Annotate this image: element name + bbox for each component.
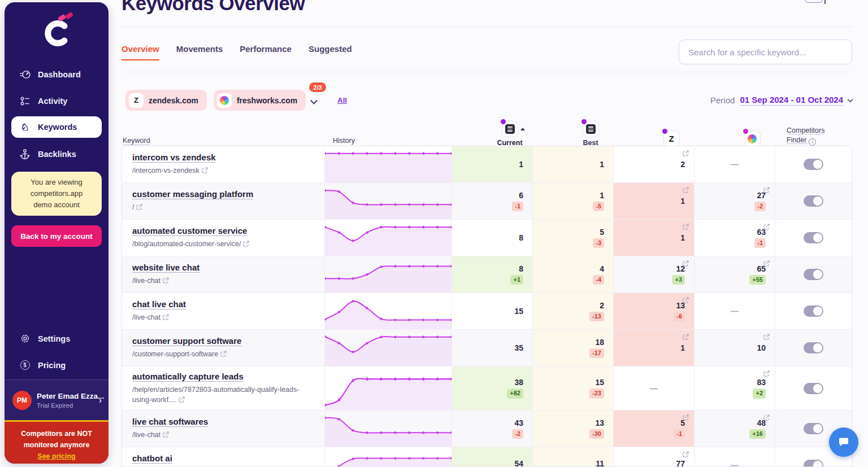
competitor-finder-toggle[interactable] (804, 305, 823, 317)
competitor-chip[interactable]: freshworks.com (214, 90, 306, 111)
table-rows: intercom vs zendesk/intercom-vs-zendesk … (122, 146, 852, 467)
rank-value: 2 (600, 301, 604, 310)
user-menu[interactable]: PM Peter Emad Ezza... Trial Expired › (5, 379, 108, 420)
competitor-finder-toggle[interactable] (804, 342, 823, 353)
rank-change-badge: -2 (754, 202, 766, 211)
competitor-finder-toggle[interactable] (804, 383, 823, 394)
external-link-icon[interactable] (683, 224, 689, 230)
tab-movements[interactable]: Movements (176, 44, 223, 60)
best-rank-cell: 1 (532, 146, 613, 182)
table-row: automated customer service/blog/automate… (122, 220, 852, 256)
column-best[interactable]: Best (574, 121, 607, 149)
history-cell (324, 447, 452, 467)
tab-overview[interactable]: Overview (121, 44, 159, 60)
competitor-finder-toggle[interactable] (804, 159, 823, 170)
sidebar-item-pricing[interactable]: $Pricing (5, 352, 108, 378)
external-link-icon[interactable] (683, 451, 689, 457)
sidebar-item-label: Backlinks (38, 150, 76, 159)
keyword-url[interactable]: /live-chat (132, 276, 169, 286)
see-pricing-link[interactable]: See pricing (37, 452, 75, 460)
tab-performance[interactable]: Performance (240, 44, 292, 60)
keyword-cell: website live chat/live-chat (122, 256, 324, 293)
sidebar-item-settings[interactable]: Settings (5, 325, 108, 352)
keyword-url[interactable]: /help/en/articles/7872803-automatically-… (132, 385, 310, 405)
sidebar-item-label: Activity (38, 97, 67, 106)
keyword-link[interactable]: automated customer service (132, 226, 247, 235)
period-label: Period (710, 95, 735, 105)
all-competitors-link[interactable]: All (337, 96, 347, 104)
history-sparkline (325, 293, 452, 329)
external-link-icon[interactable] (763, 187, 770, 193)
current-rank-cell: 54 (452, 447, 532, 467)
keyword-url[interactable]: /live-chat (132, 430, 169, 440)
rank-value: 10 (757, 343, 766, 352)
keyword-link[interactable]: customer support software (132, 336, 241, 346)
keyword-url[interactable]: /blog/automated-customer-service/ (132, 239, 249, 250)
cutoff-toolbar-button[interactable] (805, 0, 823, 3)
external-link-icon[interactable] (763, 334, 770, 340)
search-input[interactable] (679, 40, 852, 64)
sidebar-item-activity[interactable]: Activity (5, 88, 108, 114)
competitor-finder-toggle[interactable] (804, 460, 823, 467)
competitor-finder-toggle[interactable] (804, 423, 823, 434)
external-link-icon[interactable] (683, 260, 689, 267)
history-sparkline (325, 447, 452, 467)
competitor-expander[interactable]: 2/3 (311, 95, 324, 106)
keyword-url[interactable]: /live-chat (132, 313, 169, 323)
knight-icon: ♘ (18, 123, 32, 132)
sidebar-item-label: Pricing (38, 361, 66, 370)
external-link-icon[interactable] (763, 260, 770, 267)
keyword-url[interactable]: / (132, 203, 142, 213)
competitor-finder-toggle[interactable] (804, 232, 823, 243)
chat-launcher-button[interactable] (829, 427, 858, 457)
external-link-icon[interactable] (683, 187, 689, 193)
external-link-icon[interactable] (763, 370, 770, 377)
info-icon[interactable]: i (809, 138, 816, 146)
keyword-link[interactable]: live chat softwares (132, 417, 208, 426)
keyword-link[interactable]: chat live chat (132, 299, 186, 309)
period-value[interactable]: 01 Sep 2024 - 01 Oct 2024 (740, 95, 843, 106)
external-link-icon[interactable] (683, 297, 689, 303)
rank-value: 13 (595, 418, 604, 427)
freshworks-icon (744, 130, 761, 147)
external-link-icon[interactable] (763, 414, 770, 421)
history-cell (324, 220, 452, 256)
external-link-icon[interactable] (683, 150, 689, 156)
keyword-url[interactable]: /intercom-vs-zendesk (132, 166, 208, 176)
keyword-link[interactable]: chatbot ai (132, 453, 172, 463)
tab-suggested[interactable]: Suggested (309, 44, 352, 60)
page-title: Keywords Overview (121, 0, 305, 15)
keyword-cell: automatically capture leads/help/en/arti… (122, 366, 324, 410)
keyword-link[interactable]: automatically capture leads (132, 372, 244, 381)
rank-value: 77 (676, 459, 685, 467)
app-logo[interactable] (5, 11, 108, 51)
sidebar-item-label: Keywords (38, 123, 77, 132)
competitor-finder-toggle[interactable] (804, 269, 823, 280)
sidebar-item-backlinks[interactable]: Backlinks (5, 141, 108, 167)
rank-value: 2 (680, 160, 685, 169)
best-rank-cell: 15-23 (532, 366, 613, 410)
back-to-account-button[interactable]: Back to my account (11, 225, 102, 247)
freshworks-rank-cell: — (694, 146, 775, 182)
freshworks-rank-cell: — (694, 293, 775, 329)
competitor-chip[interactable]: Zzendesk.com (125, 90, 207, 111)
keyword-url[interactable]: /customer-support-software (132, 350, 227, 360)
zendesk-rank-cell: 1 (613, 330, 694, 366)
external-link-icon[interactable] (763, 224, 770, 230)
competitor-finder-toggle[interactable] (804, 195, 823, 207)
sidebar-item-keywords[interactable]: ♘Keywords (11, 116, 102, 138)
chevron-down-icon[interactable] (848, 97, 853, 102)
external-link-icon[interactable] (683, 334, 689, 340)
keyword-link[interactable]: intercom vs zendesk (132, 152, 216, 162)
column-current[interactable]: Current (493, 121, 526, 149)
sidebar-item-dashboard[interactable]: Dashboard (5, 61, 108, 88)
status-dot (501, 119, 506, 124)
table-row: website live chat/live-chat 8+14-412+365… (122, 256, 852, 293)
keyword-link[interactable]: website live chat (132, 263, 199, 272)
keyword-cell: intercom vs zendesk/intercom-vs-zendesk (122, 146, 324, 182)
finder-cell (775, 146, 852, 182)
gear-icon (18, 333, 32, 344)
keyword-link[interactable]: customer messaging platform (132, 189, 253, 199)
external-link-icon[interactable] (683, 414, 689, 421)
sidebar-item-label: Settings (38, 334, 70, 343)
